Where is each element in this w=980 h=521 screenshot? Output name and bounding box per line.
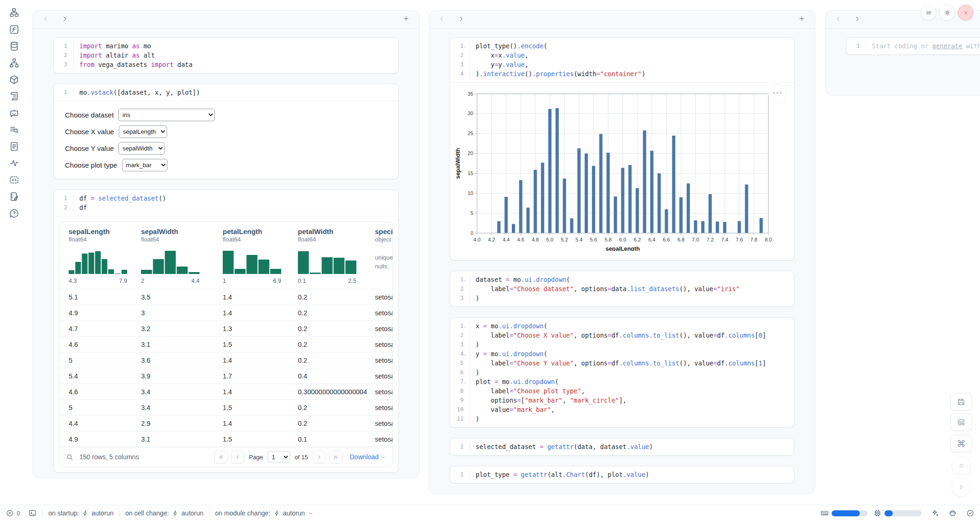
line-number: 3 bbox=[460, 340, 464, 349]
collapse-caret-icon[interactable]: ⌄ bbox=[464, 275, 468, 284]
column-prev-button[interactable] bbox=[835, 15, 842, 24]
table-cell: setosa bbox=[375, 388, 393, 396]
collapse-caret-icon[interactable]: ⌄ bbox=[464, 41, 468, 51]
runtime-config-item[interactable]: on startup:autorun bbox=[48, 509, 114, 517]
table-footer: 150 rows, 5 columnsPage1of 15Download bbox=[59, 447, 393, 467]
altair-bar-chart[interactable]: 4.04.24.44.64.85.05.25.45.65.86.06.26.46… bbox=[454, 87, 779, 251]
sidebar-item-scratchpad[interactable] bbox=[9, 191, 19, 202]
collapse-caret-icon[interactable]: ⌄ bbox=[464, 377, 468, 386]
table-row: 5.13.51.40.2setosa bbox=[59, 289, 393, 305]
column-histogram bbox=[298, 247, 356, 274]
code-cell-df: 12df = selected_dataset()dfsepalLengthfl… bbox=[53, 189, 399, 473]
terminal-button[interactable] bbox=[28, 509, 37, 517]
search-icon[interactable] bbox=[66, 453, 74, 461]
add-column-button[interactable] bbox=[402, 15, 410, 24]
code-editor-df[interactable]: 12df = selected_dataset()df bbox=[54, 190, 398, 216]
control-row: Choose Y valuesepalWidth bbox=[65, 142, 387, 155]
notebook-menu-button[interactable] bbox=[921, 5, 936, 20]
ai-assist-button[interactable] bbox=[931, 509, 939, 517]
line-numbers: 1⌄234⌄567⌄891011 bbox=[450, 321, 470, 423]
sidebar-item-database[interactable] bbox=[9, 41, 19, 52]
table-cell: 1.4 bbox=[223, 309, 298, 317]
svg-text:sepalLength: sepalLength bbox=[606, 246, 640, 251]
code-editor-dataset[interactable]: 1⌄23dataset = mo.ui.dropdown( label="Cho… bbox=[450, 271, 794, 306]
next-page-button[interactable] bbox=[313, 450, 326, 463]
runtime-config-label: on module change: bbox=[215, 509, 271, 517]
menu-icon bbox=[925, 9, 933, 17]
table-cell: 0.30000000000000004 bbox=[298, 388, 375, 396]
settings-button[interactable] bbox=[939, 5, 955, 20]
sidebar-item-graph[interactable] bbox=[9, 58, 19, 68]
sidebar-item-help[interactable] bbox=[9, 208, 19, 219]
angle-left-icon bbox=[42, 15, 49, 22]
chatbot-panel-button[interactable] bbox=[948, 509, 957, 517]
page-of-label: of 15 bbox=[295, 454, 308, 461]
column-histogram bbox=[141, 247, 200, 274]
dropdown-select[interactable]: mark_bar bbox=[122, 159, 168, 171]
code-editor-xyplot[interactable]: 1⌄234⌄567⌄891011x = mo.ui.dropdown( labe… bbox=[450, 318, 794, 427]
table-column-header[interactable]: sepalLengthfloat644.37.9 bbox=[69, 228, 141, 284]
sidebar-item-search-list[interactable] bbox=[9, 124, 19, 135]
sidebar-item-package[interactable] bbox=[9, 74, 19, 85]
sidebar-item-file-tree[interactable] bbox=[9, 7, 19, 18]
connection-status[interactable] bbox=[966, 509, 974, 517]
column-prev-button[interactable] bbox=[42, 15, 49, 24]
table-cell: 4.4 bbox=[69, 420, 141, 427]
code-editor-plot-type[interactable]: 1plot_type = getattr(alt.Chart(df), plot… bbox=[450, 466, 794, 483]
run-all-button[interactable] bbox=[952, 477, 971, 497]
column-next-button[interactable] bbox=[61, 15, 68, 24]
stop-icon bbox=[957, 461, 966, 470]
layout-toggle-button[interactable] bbox=[950, 413, 972, 431]
sidebar-item-chatbot[interactable] bbox=[9, 108, 19, 118]
add-column-button[interactable] bbox=[798, 15, 806, 24]
table-column-header[interactable]: sepalWidthfloat6424.4 bbox=[141, 228, 223, 284]
line-number: 2 bbox=[64, 51, 67, 60]
chart-options-button[interactable] bbox=[768, 84, 787, 102]
code-editor-vstack[interactable]: 1mo.vstack([dataset, x, y, plot]) bbox=[54, 84, 398, 101]
database-icon bbox=[9, 41, 19, 52]
column-next-button[interactable] bbox=[854, 15, 861, 24]
svg-text:7.0: 7.0 bbox=[692, 237, 699, 242]
column-prev-button[interactable] bbox=[438, 15, 445, 24]
code-editor-empty[interactable]: 1Start coding or generate with AI bbox=[846, 38, 980, 54]
line-number: 1 bbox=[460, 442, 464, 451]
collapse-caret-icon[interactable]: ⌄ bbox=[464, 321, 468, 331]
runtime-config-item[interactable]: on cell change:autorun bbox=[125, 509, 204, 517]
shutdown-button[interactable] bbox=[958, 5, 974, 20]
table-column-header[interactable]: speciesobjectunique:nulls: bbox=[375, 228, 393, 284]
bolt-icon bbox=[172, 510, 179, 517]
dropdown-select[interactable]: sepalLength bbox=[119, 125, 167, 138]
svg-text:6.8: 6.8 bbox=[677, 237, 684, 242]
keyboard-shortcuts-button[interactable]: ⌘ bbox=[950, 435, 972, 452]
code-editor-selected-dataset[interactable]: 1selected_dataset = getattr(data, datase… bbox=[450, 438, 794, 455]
sidebar-item-activity[interactable] bbox=[9, 158, 19, 169]
code-editor-imports[interactable]: 123import marimo as moimport altair as a… bbox=[54, 38, 398, 73]
error-count[interactable]: 0 bbox=[6, 509, 20, 517]
dropdown-select[interactable]: sepalWidth bbox=[118, 142, 165, 155]
save-icon bbox=[957, 397, 966, 406]
prev-page-button[interactable] bbox=[231, 450, 244, 463]
close-icon bbox=[962, 9, 969, 16]
code-editor-plot[interactable]: 1⌄234plot_type().encode( x=x.value, y=y.… bbox=[450, 38, 794, 82]
download-button[interactable]: Download bbox=[350, 453, 386, 461]
memory-usage bbox=[820, 509, 868, 517]
first-page-button[interactable] bbox=[214, 450, 227, 463]
column-histogram bbox=[223, 247, 281, 274]
sidebar-item-function[interactable] bbox=[9, 24, 19, 35]
stop-kernel-button[interactable] bbox=[952, 456, 971, 475]
column-next-button[interactable] bbox=[458, 15, 464, 24]
table-column-header[interactable]: petalLengthfloat6416.9 bbox=[223, 228, 298, 284]
chatbot-icon bbox=[9, 108, 19, 118]
dropdown-select[interactable]: iris bbox=[118, 109, 215, 121]
line-numbers: 12 bbox=[54, 194, 74, 212]
sidebar-item-snippet[interactable] bbox=[9, 175, 19, 185]
sidebar-item-document[interactable] bbox=[9, 141, 19, 152]
table-column-header[interactable]: petalWidthfloat640.12.5 bbox=[298, 228, 375, 284]
sidebar-item-scroll[interactable] bbox=[9, 91, 19, 102]
save-button[interactable] bbox=[950, 393, 972, 410]
runtime-config-item[interactable]: on module change:autorun bbox=[215, 509, 314, 517]
collapse-caret-icon[interactable]: ⌄ bbox=[464, 349, 468, 358]
last-page-button[interactable] bbox=[329, 450, 342, 463]
page-select[interactable]: 1 bbox=[268, 451, 290, 462]
control-row: Choose plot typemark_bar bbox=[65, 159, 387, 171]
